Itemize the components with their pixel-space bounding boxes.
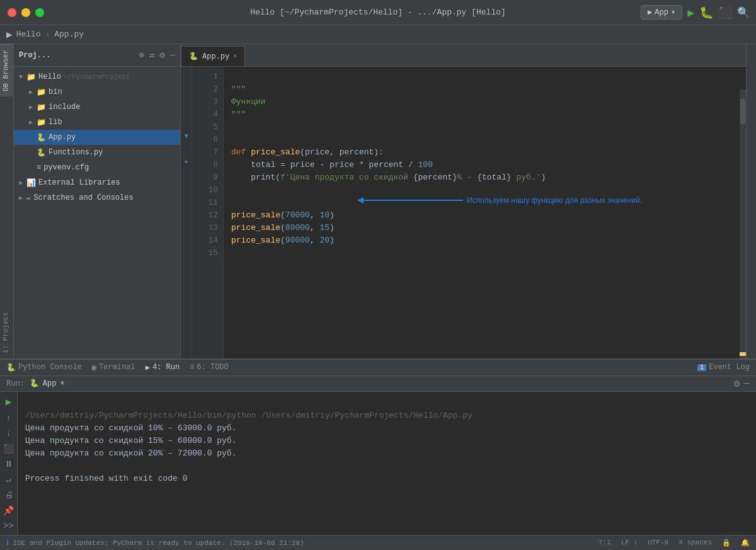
settings-run-icon[interactable]: ⚙ [734, 377, 740, 390]
run-tab-app[interactable]: 🐍 App × [30, 379, 65, 388]
settings-icon[interactable]: ⚙ [159, 50, 164, 60]
run-panel-content: ▶ ↑ ↓ ⬛ ⏸ ↵ 🖨 📌 >> /Users/dmitriy/Pychar… [0, 392, 756, 535]
status-text: IDE and Plugin Updates: PyCharm is ready… [13, 539, 304, 547]
toolbar-right: ▶ App ▾ ▶ 🐛 ⬛ 🔍 [641, 5, 750, 20]
tab-python-console[interactable]: 🐍 Python Console [6, 363, 82, 372]
run-bar: Run: 🐍 App × ⚙ — [0, 376, 756, 392]
run-button[interactable]: ▶ [687, 6, 694, 20]
file-tree: ▼ 📁 Hello ~/PycharmProject ▶ 📁 bin ▶ 📁 [14, 67, 180, 358]
folder-icon: 📁 [26, 72, 36, 82]
status-indent[interactable]: 4 spaces [679, 539, 712, 547]
tree-item-apppy[interactable]: 🐍 App.py [14, 130, 180, 145]
debug-button[interactable]: 🐛 [699, 6, 713, 20]
bookmark-8[interactable]: ◆ [181, 155, 192, 168]
expand-arrow: ▶ [29, 118, 37, 126]
status-notify-icon[interactable]: 🔔 [741, 539, 750, 547]
run-play-button[interactable]: ▶ [6, 396, 12, 408]
status-line-ending[interactable]: LF ↕ [621, 539, 638, 547]
event-log-badge: 1 [697, 364, 706, 371]
editor-content[interactable]: ▼ ◆ 12345 678910 1112131415 """ Фу [181, 67, 746, 358]
sidebar-db-browser[interactable]: DB Browser [0, 44, 13, 96]
scrollbar[interactable] [740, 89, 746, 358]
add-icon[interactable]: ⊕ [139, 50, 144, 60]
editor-tab-apppy[interactable]: 🐍 App.py × [181, 46, 245, 66]
tree-item-functionspy[interactable]: 🐍 Functions.py [14, 145, 180, 160]
python-console-icon: 🐍 [6, 363, 16, 372]
todo-icon: ≡ [190, 363, 194, 372]
tab-event-log[interactable]: 1 Event Log [697, 363, 750, 372]
right-sidebar [746, 44, 756, 358]
editor-tabs: 🐍 App.py × [181, 44, 746, 67]
stop-button[interactable]: ⬛ [718, 6, 732, 20]
terminal-icon: ▣ [92, 363, 96, 372]
annotation-text: Используем нашу функцию для разных значе… [467, 194, 642, 207]
python-tab-icon: 🐍 [189, 52, 198, 61]
close-button[interactable] [8, 8, 16, 17]
left-sidebar: DB Browser 1: Project [0, 44, 14, 358]
collapse-icon[interactable]: — [170, 50, 175, 60]
config-file-icon: ≡ [37, 163, 41, 172]
content-row: DB Browser 1: Project Proj... ⊕ ⇄ ⚙ — ▼ … [0, 44, 756, 358]
tree-item-external-libs[interactable]: ▶ 📊 External Libraries [14, 175, 180, 190]
app-window: Hello [~/PycharmProjects/Hello] - .../Ap… [0, 0, 756, 550]
run-pause-button[interactable]: ⏸ [4, 459, 13, 469]
status-encoding[interactable]: UTF-8 [648, 539, 668, 547]
status-position[interactable]: 7:1 [598, 539, 611, 547]
minimize-run-icon[interactable]: — [743, 378, 750, 389]
tree-item-include[interactable]: ▶ 📁 include [14, 100, 180, 115]
bottom-panel: 🐍 Python Console ▣ Terminal ▶ 4: Run ≡ 6… [0, 358, 756, 535]
code-editor[interactable]: """ Функции """ def price_sale(price, pe… [224, 67, 746, 358]
error-indicator [740, 352, 746, 356]
run-wrap-button[interactable]: ↵ [6, 474, 11, 485]
app-run-config[interactable]: ▶ App ▾ [641, 5, 682, 20]
console-command: /Users/dmitriy/PycharmProjects/Hello/bin… [25, 411, 472, 420]
code-annotation: Используем нашу функцию для разных значе… [362, 194, 642, 207]
tree-item-hello[interactable]: ▼ 📁 Hello ~/PycharmProject [14, 69, 180, 84]
scroll-thumb [740, 99, 745, 124]
tab-run[interactable]: ▶ 4: Run [146, 363, 180, 372]
scratches-icon: ✏ [26, 193, 31, 203]
window-title: Hello [~/PycharmProjects/Hello] - .../Ap… [250, 8, 506, 17]
run-up-button[interactable]: ↑ [6, 413, 11, 423]
run-pin-button[interactable]: 📌 [3, 505, 14, 516]
sync-icon[interactable]: ⇄ [149, 50, 154, 60]
status-bar: ℹ IDE and Plugin Updates: PyCharm is rea… [0, 535, 756, 550]
status-vcs-icon[interactable]: 🔒 [722, 539, 731, 547]
run-stop-button[interactable]: ⬛ [3, 444, 14, 454]
run-expand-button[interactable]: >> [3, 521, 14, 531]
console-line-2: Цена продукта со скидкой 15% – 68000.0 р… [25, 436, 236, 445]
folder-icon: 📁 [37, 88, 46, 97]
search-button[interactable]: 🔍 [737, 6, 750, 19]
run-down-button[interactable]: ↓ [6, 428, 11, 438]
tab-todo[interactable]: ≡ 6: TODO [190, 363, 229, 372]
tree-item-scratches[interactable]: ▶ ✏ Scratches and Consoles [14, 190, 180, 205]
breadcrumb-icon: ▶ [6, 28, 13, 41]
expand-arrow: ▶ [29, 103, 37, 111]
sidebar-project[interactable]: 1: Project [0, 307, 13, 358]
python-file-icon: 🐍 [37, 148, 46, 158]
tab-close-button[interactable]: × [233, 53, 237, 60]
tree-item-pyvenvcfg[interactable]: ≡ pyvenv.cfg [14, 160, 180, 175]
project-panel: Proj... ⊕ ⇄ ⚙ — ▼ 📁 Hello ~/PycharmProje… [14, 44, 181, 358]
tree-item-bin[interactable]: ▶ 📁 bin [14, 84, 180, 100]
run-tab-close[interactable]: × [60, 379, 64, 388]
minimize-button[interactable] [21, 8, 30, 17]
run-print-button[interactable]: 🖨 [4, 490, 13, 500]
folder-icon: 📁 [37, 118, 46, 127]
fold-marker-6[interactable]: ▼ [181, 130, 192, 142]
dropdown-icon: ▾ [671, 8, 675, 17]
breadcrumb-apppy[interactable]: App.py [54, 30, 84, 39]
breadcrumb-bar: ▶ Hello › App.py [0, 25, 756, 44]
tab-terminal[interactable]: ▣ Terminal [92, 363, 135, 372]
expand-arrow: ▶ [29, 88, 37, 96]
run-tab-py-icon: 🐍 [30, 379, 39, 388]
console-line-3: Цена продукта со скидкой 20% – 72000.0 р… [25, 449, 236, 458]
tree-item-lib[interactable]: ▶ 📁 lib [14, 115, 180, 130]
run-label: Run: [6, 379, 25, 388]
maximize-button[interactable] [35, 8, 44, 17]
console-line-1: Цена продукта со скидкой 10% – 63000.0 р… [25, 423, 236, 433]
title-bar: Hello [~/PycharmProjects/Hello] - .../Ap… [0, 0, 756, 25]
app-icon: ▶ [648, 8, 652, 17]
run-side-buttons: ▶ ↑ ↓ ⬛ ⏸ ↵ 🖨 📌 >> [0, 392, 18, 535]
breadcrumb-hello[interactable]: Hello [16, 30, 41, 39]
